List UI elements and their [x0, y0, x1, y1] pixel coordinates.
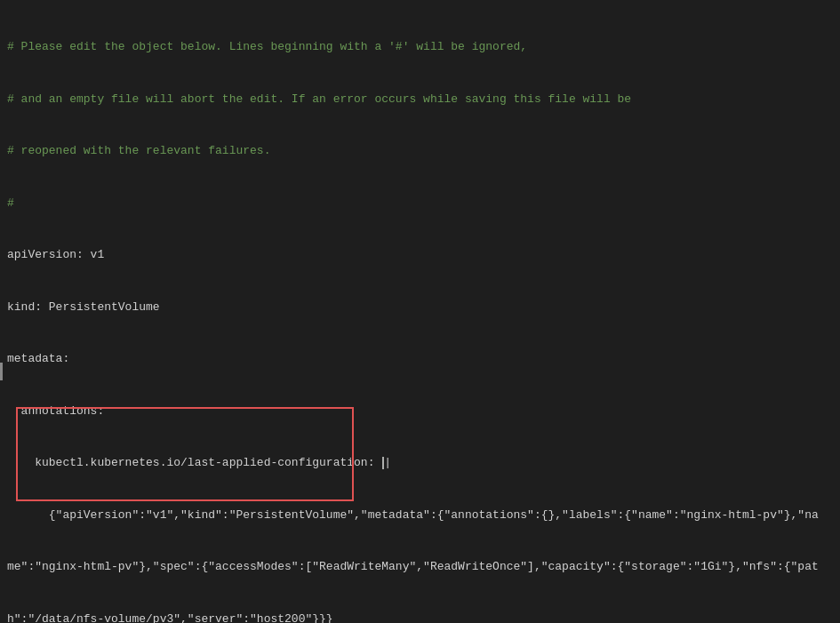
line-9: kubectl.kubernetes.io/last-applied-confi… — [7, 454, 833, 472]
code-content[interactable]: # Please edit the object below. Lines be… — [0, 0, 840, 623]
line-7: metadata: — [7, 350, 833, 368]
line-6: kind: PersistentVolume — [7, 299, 833, 316]
line-11: me":"nginx-html-pv"},"spec":{"accessMode… — [7, 558, 833, 576]
line-1: # Please edit the object below. Lines be… — [7, 38, 833, 56]
text-cursor — [382, 457, 384, 469]
scrollbar-indicator — [0, 363, 3, 380]
line-12: h":"/data/nfs-volume/pv3","server":"host… — [7, 611, 833, 624]
line-8: annotations: — [7, 403, 833, 420]
line-4: # — [7, 195, 833, 212]
line-3: # reopened with the relevant failures. — [7, 142, 833, 160]
line-5: apiVersion: v1 — [7, 246, 833, 264]
editor-window: # Please edit the object below. Lines be… — [0, 0, 840, 623]
line-2: # and an empty file will abort the edit.… — [7, 91, 833, 108]
line-10: {"apiVersion":"v1","kind":"PersistentVol… — [7, 507, 833, 524]
